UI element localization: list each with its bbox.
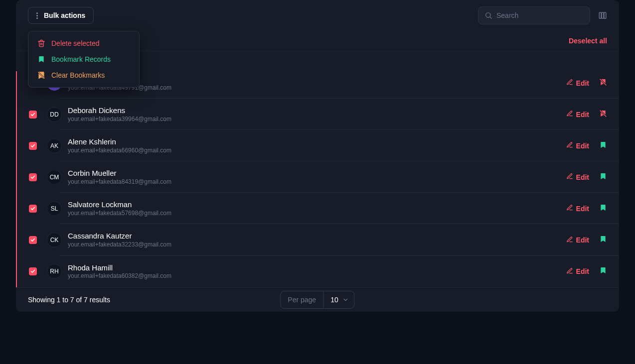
svg-rect-4 [604, 12, 606, 18]
bookmark-icon [599, 204, 607, 214]
pencil-icon [566, 79, 573, 87]
per-page-label: Per page [281, 291, 323, 308]
bookmark-icon [599, 141, 607, 151]
bookmark-off-icon [599, 110, 607, 120]
table-row: CMCorbin Muelleryour.email+fakedata84319… [16, 161, 619, 193]
edit-button[interactable]: Edit [566, 141, 589, 150]
edit-button[interactable]: Edit [566, 236, 589, 244]
table-row: RHRhoda Hamillyour.email+fakedata60382@g… [16, 256, 619, 287]
dropdown-item-clear-bookmarks[interactable]: Clear Bookmarks [32, 67, 135, 83]
bookmark-icon [599, 266, 607, 276]
table-row: SLSalvatore Lockmanyour.email+fakedata57… [16, 193, 619, 224]
table-row: DDDeborah Dickensyour.email+fakedata3996… [16, 99, 619, 130]
dropdown-item-label: Bookmark Records [51, 55, 111, 63]
row-name: Deborah Dickens [68, 106, 566, 116]
edit-button[interactable]: Edit [566, 79, 589, 87]
dropdown-item-label: Delete selected [51, 39, 100, 47]
row-checkbox[interactable] [29, 111, 37, 119]
avatar-initials: AK [50, 142, 58, 149]
edit-label: Edit [576, 236, 589, 244]
trash-icon [37, 39, 45, 47]
pencil-icon [566, 141, 573, 150]
bookmark-on-button[interactable] [599, 235, 607, 245]
data-table-panel: Bulk actions Delete selected Bookmark Re… [16, 0, 619, 312]
edit-label: Edit [576, 173, 589, 181]
identity: Cassandra Kautzeryour.email+fakedata3223… [68, 231, 566, 248]
avatar-initials: CM [50, 174, 59, 181]
bookmark-icon [599, 235, 607, 245]
identity: Alene Kshlerinyour.email+fakedata66960@g… [68, 137, 566, 154]
bookmark-on-button[interactable] [599, 204, 607, 214]
toolbar: Bulk actions [16, 0, 619, 31]
row-email: your.email+fakedata32233@gmail.com [68, 241, 566, 249]
row-name: Cassandra Kautzer [68, 231, 566, 241]
avatar: AK [47, 138, 62, 153]
row-email: your.email+fakedata66960@gmail.com [68, 147, 566, 155]
row-checkbox[interactable] [29, 173, 37, 181]
records-list: Joshua Bashirianyour.email+fakedata49791… [16, 71, 619, 287]
table-footer: Showing 1 to 7 of 7 results Per page 10 [16, 287, 619, 312]
search-box[interactable] [478, 6, 590, 24]
pencil-icon [566, 204, 573, 213]
bookmark-on-button[interactable] [599, 172, 607, 182]
avatar-initials: DD [50, 111, 58, 118]
row-checkbox[interactable] [29, 236, 37, 244]
row-name: Alene Kshlerin [68, 137, 566, 147]
identity: Deborah Dickensyour.email+fakedata39964@… [68, 106, 566, 123]
pencil-icon [566, 267, 573, 276]
row-actions: Edit [566, 235, 607, 245]
row-email: your.email+fakedata39964@gmail.com [68, 116, 566, 123]
row-actions: Edit [566, 172, 607, 182]
search-input[interactable] [496, 11, 584, 19]
bookmark-on-button[interactable] [599, 141, 607, 151]
dropdown-item-bookmark-records[interactable]: Bookmark Records [32, 51, 135, 67]
row-actions: Edit [566, 110, 607, 120]
bulk-actions-button[interactable]: Bulk actions [28, 7, 94, 24]
deselect-all-button[interactable]: Deselect all [569, 37, 607, 45]
row-checkbox[interactable] [29, 267, 37, 275]
edit-button[interactable]: Edit [566, 173, 589, 181]
svg-line-1 [490, 17, 491, 18]
bookmark-on-button[interactable] [599, 266, 607, 276]
avatar: RH [47, 264, 62, 279]
bookmark-icon [37, 55, 45, 63]
per-page-control: Per page 10 [280, 291, 354, 309]
per-page-select[interactable]: 10 [323, 291, 354, 308]
avatar: DD [47, 107, 62, 122]
avatar-initials: RH [50, 268, 58, 275]
avatar-initials: SL [51, 205, 58, 212]
row-actions: Edit [566, 266, 607, 276]
row-checkbox[interactable] [29, 205, 37, 213]
row-actions: Edit [566, 78, 607, 88]
edit-button[interactable]: Edit [566, 267, 589, 276]
avatar: CK [47, 233, 62, 247]
pencil-icon [566, 110, 573, 119]
identity: Corbin Muelleryour.email+fakedata84319@g… [68, 168, 566, 186]
bookmark-off-button[interactable] [599, 110, 607, 120]
edit-button[interactable]: Edit [566, 204, 589, 213]
row-email: your.email+fakedata60382@gmail.com [68, 272, 566, 280]
svg-rect-3 [602, 12, 604, 18]
row-email: your.email+fakedata57698@gmail.com [68, 210, 566, 218]
row-name: Joshua Bashirian [68, 74, 566, 84]
svg-point-0 [486, 13, 490, 17]
row-checkbox[interactable] [29, 142, 37, 150]
avatar: SL [47, 201, 62, 216]
edit-button[interactable]: Edit [566, 110, 589, 119]
bookmark-off-button[interactable] [599, 78, 607, 88]
bulk-actions-label: Bulk actions [44, 11, 85, 19]
avatar: CM [47, 170, 62, 185]
columns-icon [598, 11, 607, 20]
pencil-icon [566, 173, 573, 181]
table-row: AKAlene Kshlerinyour.email+fakedata66960… [16, 130, 619, 161]
identity: Rhoda Hamillyour.email+fakedata60382@gma… [68, 263, 566, 280]
row-actions: Edit [566, 204, 607, 214]
identity: Salvatore Lockmanyour.email+fakedata5769… [68, 200, 566, 217]
row-name: Rhoda Hamill [68, 263, 566, 273]
row-name: Salvatore Lockman [68, 200, 566, 210]
columns-button[interactable] [598, 11, 607, 20]
svg-rect-2 [599, 12, 601, 18]
dropdown-item-delete-selected[interactable]: Delete selected [32, 35, 135, 51]
dropdown-item-label: Clear Bookmarks [51, 71, 105, 79]
edit-label: Edit [576, 267, 589, 275]
